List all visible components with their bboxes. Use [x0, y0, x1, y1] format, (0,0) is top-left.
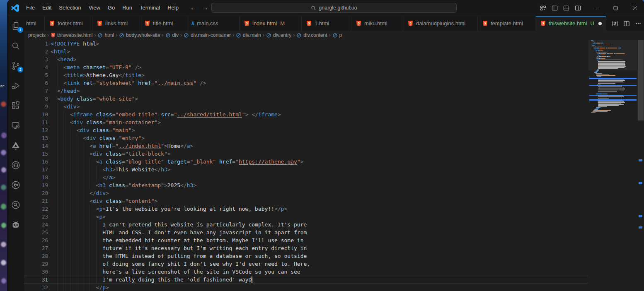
menu-run[interactable]: Run — [119, 0, 136, 16]
open-changes-icon[interactable] — [610, 19, 620, 28]
editor-scrollbar[interactable] — [637, 40, 644, 291]
commit-graph-icon[interactable] — [11, 180, 21, 190]
code-text: </p> — [51, 284, 109, 291]
source-control-icon[interactable]: 2 — [11, 61, 21, 71]
code-line-22[interactable]: 22 <p>It's the website you're looking at… — [24, 205, 588, 213]
breadcrumb-item-div-main-container[interactable]: div.main-container — [184, 32, 231, 38]
code-line-28[interactable]: 28 the HTML instead of pulling from a da… — [24, 252, 588, 260]
tab-miku-html[interactable]: 5miku.html — [351, 16, 403, 31]
menu-go[interactable]: Go — [104, 0, 119, 16]
code-line-15[interactable]: 15 <div class="title-block"> — [24, 150, 588, 158]
code-line-8[interactable]: 8 <body class="whole-site"> — [24, 95, 588, 103]
code-line-20[interactable]: 20 </div> — [24, 189, 588, 197]
code-line-1[interactable]: 1<!DOCTYPE html> — [24, 40, 588, 48]
github-icon[interactable] — [11, 160, 21, 170]
code-line-13[interactable]: 13 <div class="entry"> — [24, 134, 588, 142]
tab-title-html[interactable]: 5title.html — [140, 16, 187, 31]
breadcrumb-item-div-content[interactable]: div.content — [296, 32, 327, 38]
toggle-panel-icon[interactable] — [563, 5, 569, 11]
menu-edit[interactable]: Edit — [39, 0, 55, 16]
extension-a-icon[interactable] — [11, 140, 21, 150]
explorer-icon[interactable]: 1 — [11, 21, 21, 31]
scrollbar-slider[interactable] — [638, 40, 644, 120]
minimap-line — [596, 51, 597, 51]
breadcrumb-item-body-whole-site[interactable]: body.whole-site — [119, 32, 160, 38]
tab-index-html[interactable]: 5index.htmlM — [240, 16, 302, 31]
code-line-31[interactable]: 31 I'm really doing this the 'old-fashio… — [24, 276, 588, 284]
godot-tools-icon[interactable] — [11, 220, 21, 230]
code-line-2[interactable]: 2<html> — [24, 48, 588, 55]
remote-explorer-icon[interactable] — [11, 120, 21, 130]
search-icon[interactable] — [11, 41, 21, 51]
menu-view[interactable]: View — [85, 0, 104, 16]
tab-html[interactable]: html — [24, 16, 45, 31]
code-text: <body class="whole-site"> — [51, 95, 138, 103]
tab-main-css[interactable]: #main.css — [187, 16, 240, 31]
extensions-icon[interactable] — [11, 101, 21, 111]
code-line-19[interactable]: 19 <h3 class="datestamp">2025</h3> — [24, 181, 588, 189]
breadcrumb-item-div-main[interactable]: div.main — [236, 32, 261, 38]
code-line-25[interactable]: 25 HTML and CSS. I don't even have any j… — [24, 228, 588, 236]
minimap-line — [598, 67, 625, 67]
command-center[interactable]: gnargle.github.io — [211, 3, 457, 13]
code-line-17[interactable]: 17 <h3>This Website</h3> — [24, 166, 588, 173]
toggle-primary-sidebar-icon[interactable] — [552, 5, 558, 11]
minimap-line — [600, 48, 605, 48]
toggle-secondary-sidebar-icon[interactable] — [575, 5, 581, 11]
code-line-5[interactable]: 5 <title>Athene.Gay</title> — [24, 71, 588, 79]
code-line-9[interactable]: 9 <div> — [24, 103, 588, 111]
minimap-line — [597, 46, 603, 46]
unsaved-dot-icon[interactable] — [598, 22, 602, 25]
more-actions-icon[interactable] — [634, 19, 643, 28]
code-line-11[interactable]: 11 <div class="main-container"> — [24, 118, 588, 126]
line-number: 6 — [24, 79, 48, 87]
minimap[interactable] — [588, 40, 637, 291]
code-line-10[interactable]: 10 <iframe class="embed-title" src="../s… — [24, 111, 588, 118]
line-number: 15 — [24, 150, 48, 158]
tab-thiswebsite-html[interactable]: 5thiswebsite.htmlU — [536, 16, 606, 31]
minimap-line — [598, 60, 621, 60]
code-line-3[interactable]: 3 <head> — [24, 55, 588, 63]
tab-footer-html[interactable]: 5footer.html — [45, 16, 92, 31]
menu-terminal[interactable]: Terminal — [136, 0, 164, 16]
breadcrumb-item-thiswebsite-html[interactable]: 5thiswebsite.html — [51, 32, 92, 38]
code-line-26[interactable]: 26 the embedded hit counter at the botto… — [24, 236, 588, 244]
minimize-button[interactable] — [587, 0, 606, 16]
code-line-32[interactable]: 32 </p> — [24, 284, 588, 291]
code-line-27[interactable]: 27 future if it's necessary but I'm writ… — [24, 244, 588, 252]
breadcrumb-item-div[interactable]: div — [165, 32, 179, 38]
menu-file[interactable]: File — [22, 0, 39, 16]
menu-selection[interactable]: Selection — [55, 0, 85, 16]
code-search-icon[interactable] — [11, 200, 21, 210]
close-button[interactable] — [625, 0, 644, 16]
code-line-12[interactable]: 12 <div class="main"> — [24, 126, 588, 134]
code-line-30[interactable]: 30 here's a live screenshot of the site … — [24, 268, 588, 276]
breadcrumb-item-projects[interactable]: projects — [28, 32, 46, 38]
code-line-6[interactable]: 6 <link rel="stylesheet" href="../main.c… — [24, 79, 588, 87]
tab-links-html[interactable]: 5links.html — [92, 16, 140, 31]
history-forward-button[interactable]: → — [201, 4, 209, 12]
code-line-29[interactable]: 29 of doing some fancy shit I don't see … — [24, 260, 588, 268]
code-line-4[interactable]: 4 <meta charset="UTF-8" /> — [24, 63, 588, 71]
code-line-24[interactable]: 24 I can't pretend this website is parti… — [24, 221, 588, 228]
html-file-icon: 5 — [144, 20, 150, 26]
code-line-23[interactable]: 23 <p> — [24, 213, 588, 221]
tab-template-html[interactable]: 5template.html — [478, 16, 536, 31]
tab-1-html[interactable]: 51.html — [302, 16, 351, 31]
code-editor[interactable]: 1<!DOCTYPE html>2<html>3 <head>4 <meta c… — [24, 40, 644, 291]
menu-help[interactable]: Help — [164, 0, 182, 16]
breadcrumb-item-div-entry[interactable]: div.entry — [266, 32, 291, 38]
tab-dalamudplugins-html[interactable]: 5dalamudplugins.html — [403, 16, 478, 31]
customize-layout-icon[interactable] — [540, 5, 546, 11]
code-line-18[interactable]: 18 </a> — [24, 173, 588, 181]
split-editor-icon[interactable] — [622, 19, 631, 28]
run-and-debug-icon[interactable] — [11, 81, 21, 91]
code-line-7[interactable]: 7 </head> — [24, 87, 588, 95]
maximize-button[interactable] — [606, 0, 625, 16]
code-line-16[interactable]: 16 <a class="blog-title" target="_blank"… — [24, 158, 588, 166]
history-back-button[interactable]: ← — [190, 4, 197, 12]
code-line-21[interactable]: 21 <div class="content"> — [24, 197, 588, 205]
breadcrumb-item-html[interactable]: html — [97, 32, 114, 38]
code-line-14[interactable]: 14 <a href="../index.html">Home</a> — [24, 142, 588, 150]
breadcrumb-item-p[interactable]: p — [332, 32, 342, 38]
